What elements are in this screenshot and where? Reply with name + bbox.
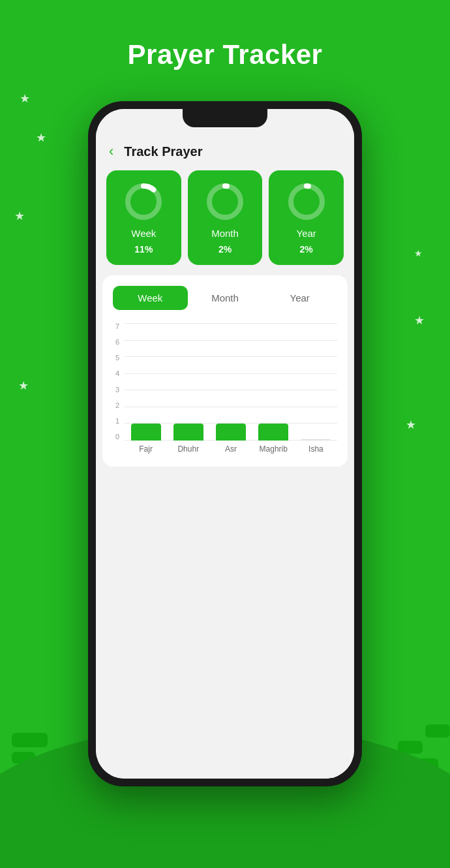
star-decoration: ★ — [414, 248, 423, 258]
star-decoration: ★ — [406, 418, 416, 432]
bar-col-isha — [295, 323, 337, 441]
x-label-asr: Asr — [209, 444, 252, 454]
bars-row — [125, 323, 337, 441]
svg-point-2 — [209, 186, 241, 217]
donut-month — [204, 181, 246, 223]
page-title: Prayer Tracker — [0, 39, 450, 70]
bar-chart: 0 1 2 3 4 5 6 7 — [113, 323, 337, 454]
x-label-fajr: Fajr — [125, 444, 167, 454]
y-label-6: 6 — [113, 339, 119, 346]
phone-screen: ‹ Track Prayer Week 11% — [96, 109, 354, 779]
stat-card-week[interactable]: Week 11% — [106, 170, 181, 265]
bar-fajr — [131, 424, 161, 441]
x-label-maghrib: Maghrib — [252, 444, 295, 454]
bg-rect — [398, 741, 423, 754]
x-label-isha: Isha — [295, 444, 337, 454]
stat-card-year[interactable]: Year 2% — [269, 170, 344, 265]
bg-rect — [419, 758, 438, 771]
tab-week[interactable]: Week — [113, 286, 188, 310]
app-screen: ‹ Track Prayer Week 11% — [96, 109, 354, 779]
svg-point-4 — [291, 186, 322, 217]
tab-year[interactable]: Year — [262, 286, 337, 310]
bar-asr — [216, 424, 246, 441]
tab-row: Week Month Year — [113, 286, 337, 310]
bar-col-maghrib — [252, 323, 295, 441]
x-label-dhuhr: Dhuhr — [167, 444, 209, 454]
stat-card-month[interactable]: Month 2% — [188, 170, 263, 265]
bg-rect — [12, 752, 35, 764]
y-label-0: 0 — [113, 433, 119, 441]
bg-rect — [12, 733, 48, 747]
bar-col-asr — [209, 323, 252, 441]
star-decoration: ★ — [14, 209, 25, 223]
card-pct-week: 11% — [134, 244, 153, 255]
phone-notch — [183, 109, 267, 127]
card-label-week: Week — [131, 228, 156, 239]
star-decoration: ★ — [36, 131, 46, 145]
phone-frame: ‹ Track Prayer Week 11% — [88, 101, 362, 786]
tab-month[interactable]: Month — [188, 286, 263, 310]
card-pct-year: 2% — [300, 244, 313, 255]
screen-header: ‹ Track Prayer — [96, 135, 354, 170]
y-label-7: 7 — [113, 323, 119, 330]
donut-week — [123, 181, 164, 223]
y-axis: 0 1 2 3 4 5 6 7 — [113, 323, 125, 441]
y-label-5: 5 — [113, 354, 119, 362]
card-label-year: Year — [297, 228, 316, 239]
back-button[interactable]: ‹ — [109, 143, 113, 160]
star-decoration: ★ — [414, 313, 425, 328]
y-label-4: 4 — [113, 370, 119, 377]
donut-year — [286, 181, 327, 223]
card-label-month: Month — [211, 228, 239, 239]
chart-inner: Fajr Dhuhr Asr Maghrib Isha — [125, 323, 337, 454]
bar-maghrib — [258, 424, 288, 441]
card-pct-month: 2% — [218, 244, 232, 255]
bar-col-dhuhr — [167, 323, 209, 441]
star-decoration: ★ — [18, 379, 29, 393]
y-label-3: 3 — [113, 386, 119, 394]
bar-col-fajr — [125, 323, 167, 441]
chart-area: 0 1 2 3 4 5 6 7 — [113, 323, 337, 454]
bg-rect — [425, 724, 450, 737]
chart-section: Week Month Year 0 1 2 3 4 5 — [102, 275, 348, 467]
y-label-2: 2 — [113, 402, 119, 409]
bar-isha — [301, 439, 331, 441]
x-labels: Fajr Dhuhr Asr Maghrib Isha — [125, 444, 337, 454]
screen-title: Track Prayer — [124, 144, 202, 159]
y-label-1: 1 — [113, 418, 119, 425]
bar-dhuhr — [173, 424, 203, 441]
star-decoration: ★ — [20, 91, 30, 106]
stats-cards-row: Week 11% Month 2% — [96, 170, 354, 275]
